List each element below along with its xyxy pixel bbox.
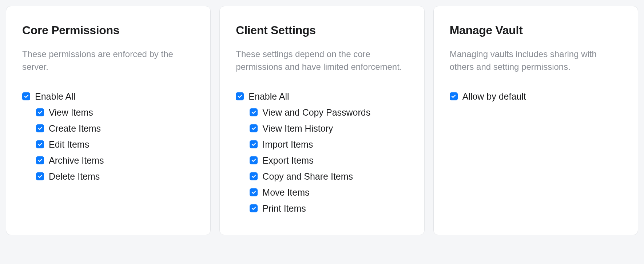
core-option-label: View Items <box>49 107 93 118</box>
client-option-label: Print Items <box>262 203 306 214</box>
client-settings-title: Client Settings <box>236 24 408 37</box>
client-option-label: Copy and Share Items <box>262 171 353 182</box>
client-option-label: Move Items <box>262 187 309 198</box>
core-enable-all-row[interactable]: Enable All <box>22 91 194 102</box>
checkbox-checked-icon[interactable] <box>250 108 258 116</box>
checkbox-checked-icon[interactable] <box>250 124 258 132</box>
core-option-row[interactable]: Delete Items <box>36 171 194 182</box>
checkbox-checked-icon[interactable] <box>36 156 44 164</box>
manage-vault-title: Manage Vault <box>450 24 622 37</box>
checkbox-checked-icon[interactable] <box>250 156 258 164</box>
client-enable-all-label: Enable All <box>249 91 289 102</box>
client-option-row[interactable]: Print Items <box>250 203 408 214</box>
client-settings-description: These settings depend on the core permis… <box>236 48 408 73</box>
vault-allow-label: Allow by default <box>462 91 526 102</box>
core-permissions-title: Core Permissions <box>22 24 194 37</box>
core-option-row[interactable]: View Items <box>36 107 194 118</box>
client-option-row[interactable]: Export Items <box>250 155 408 166</box>
manage-vault-card: Manage Vault Managing vaults includes sh… <box>433 6 638 235</box>
core-option-row[interactable]: Create Items <box>36 123 194 134</box>
checkbox-checked-icon[interactable] <box>250 140 258 148</box>
core-option-row[interactable]: Archive Items <box>36 155 194 166</box>
client-option-label: View and Copy Passwords <box>262 107 370 118</box>
checkbox-checked-icon[interactable] <box>36 140 44 148</box>
core-option-label: Delete Items <box>49 171 100 182</box>
checkbox-checked-icon[interactable] <box>250 204 258 212</box>
permission-cards-row: Core Permissions These permissions are e… <box>6 6 638 235</box>
client-settings-card: Client Settings These settings depend on… <box>219 6 424 235</box>
client-enable-all-row[interactable]: Enable All <box>236 91 408 102</box>
core-permissions-card: Core Permissions These permissions are e… <box>6 6 211 235</box>
checkbox-checked-icon[interactable] <box>36 124 44 132</box>
core-permissions-description: These permissions are enforced by the se… <box>22 48 194 73</box>
checkbox-checked-icon[interactable] <box>250 188 258 196</box>
core-option-row[interactable]: Edit Items <box>36 139 194 150</box>
client-option-label: View Item History <box>262 123 333 134</box>
checkbox-checked-icon[interactable] <box>450 92 458 100</box>
checkbox-checked-icon[interactable] <box>36 108 44 116</box>
core-option-label: Edit Items <box>49 139 89 150</box>
client-option-row[interactable]: Copy and Share Items <box>250 171 408 182</box>
client-option-label: Import Items <box>262 139 313 150</box>
client-option-row[interactable]: View and Copy Passwords <box>250 107 408 118</box>
vault-allow-row[interactable]: Allow by default <box>450 91 622 102</box>
core-option-label: Create Items <box>49 123 101 134</box>
client-option-row[interactable]: Import Items <box>250 139 408 150</box>
checkbox-checked-icon[interactable] <box>36 172 44 180</box>
core-option-label: Archive Items <box>49 155 104 166</box>
manage-vault-description: Managing vaults includes sharing with ot… <box>450 48 622 73</box>
core-enable-all-label: Enable All <box>35 91 75 102</box>
client-option-row[interactable]: View Item History <box>250 123 408 134</box>
client-option-label: Export Items <box>262 155 313 166</box>
client-option-row[interactable]: Move Items <box>250 187 408 198</box>
checkbox-checked-icon[interactable] <box>22 92 30 100</box>
checkbox-checked-icon[interactable] <box>236 92 244 100</box>
checkbox-checked-icon[interactable] <box>250 172 258 180</box>
